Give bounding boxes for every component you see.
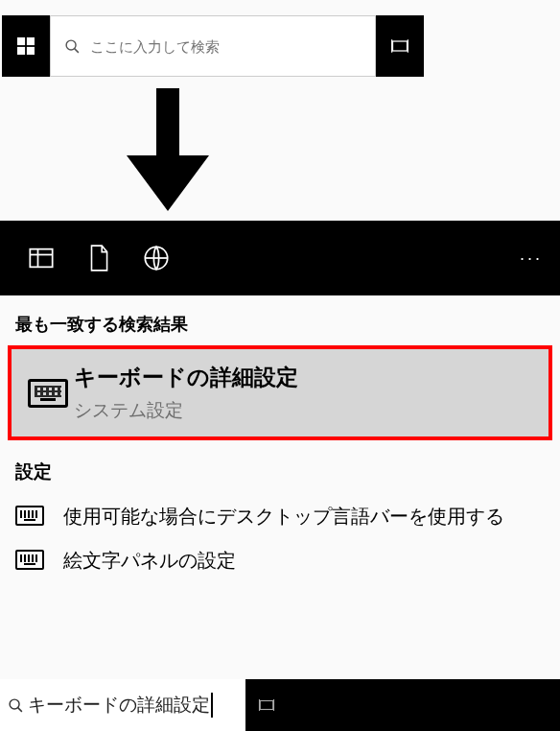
result-subtitle: システム設定 (74, 398, 298, 423)
search-query-value: キーボードの詳細設定 (28, 693, 210, 718)
task-view-icon (390, 36, 409, 56)
svg-rect-2 (17, 47, 25, 55)
settings-item-label: 絵文字パネルの設定 (63, 546, 236, 575)
bottom-search-box[interactable]: キーボードの詳細設定 (0, 679, 245, 731)
search-icon (8, 697, 24, 714)
settings-result-item[interactable]: 絵文字パネルの設定 (0, 531, 560, 575)
keyboard-icon (15, 506, 44, 526)
down-arrow-annotation (0, 88, 560, 213)
result-title: キーボードの詳細設定 (74, 363, 298, 392)
svg-rect-6 (393, 41, 408, 51)
settings-header: 設定 (0, 440, 560, 486)
svg-line-15 (18, 707, 22, 711)
settings-result-item[interactable]: 使用可能な場合にデスクトップ言語バーを使用する (0, 486, 560, 531)
taskbar-search-box[interactable] (50, 15, 376, 77)
text-cursor (211, 693, 213, 718)
start-button[interactable] (2, 15, 50, 77)
task-view-button[interactable] (376, 15, 424, 77)
search-input[interactable] (90, 38, 362, 55)
task-view-button[interactable] (245, 679, 288, 731)
filter-web[interactable] (132, 221, 180, 295)
best-match-header: 最も一致する検索結果 (0, 295, 560, 345)
apps-icon (28, 245, 55, 271)
filter-documents[interactable] (75, 221, 123, 295)
svg-point-14 (10, 699, 19, 709)
globe-icon (143, 245, 170, 271)
svg-rect-0 (17, 37, 25, 45)
search-icon (64, 38, 81, 55)
svg-rect-16 (260, 701, 273, 710)
filter-apps[interactable] (17, 221, 65, 295)
svg-rect-9 (30, 249, 52, 268)
svg-rect-3 (27, 47, 35, 55)
best-match-result[interactable]: キーボードの詳細設定 システム設定 (8, 345, 552, 440)
windows-icon (17, 37, 35, 55)
document-icon (86, 244, 111, 272)
settings-item-label: 使用可能な場合にデスクトップ言語バーを使用する (63, 502, 504, 531)
svg-rect-1 (27, 37, 35, 45)
svg-point-4 (66, 40, 76, 50)
task-view-icon (258, 696, 275, 714)
svg-line-5 (75, 48, 79, 52)
keyboard-icon (15, 550, 44, 570)
more-filters-button[interactable]: ··· (520, 248, 543, 269)
search-filter-tabs: ··· (0, 221, 560, 295)
keyboard-icon (21, 379, 74, 408)
